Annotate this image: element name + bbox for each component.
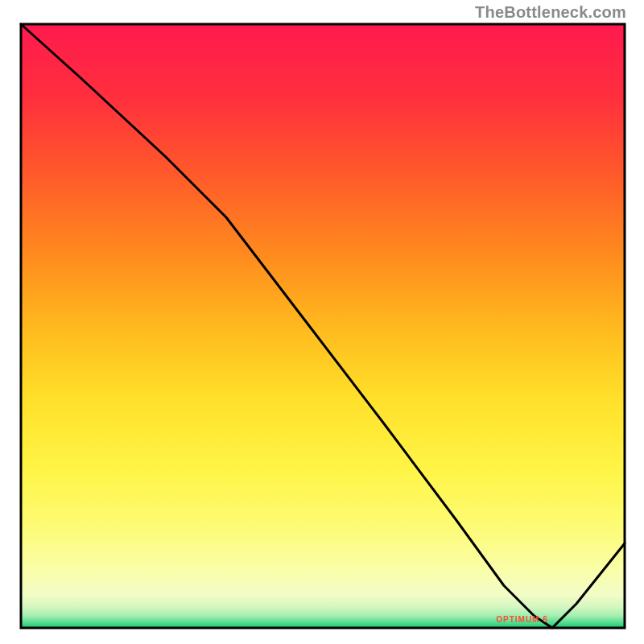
chart-background [21,24,625,628]
bottleneck-chart: OPTIMUM 6 [0,0,644,644]
optimum-annotation: OPTIMUM 6 [496,615,548,624]
